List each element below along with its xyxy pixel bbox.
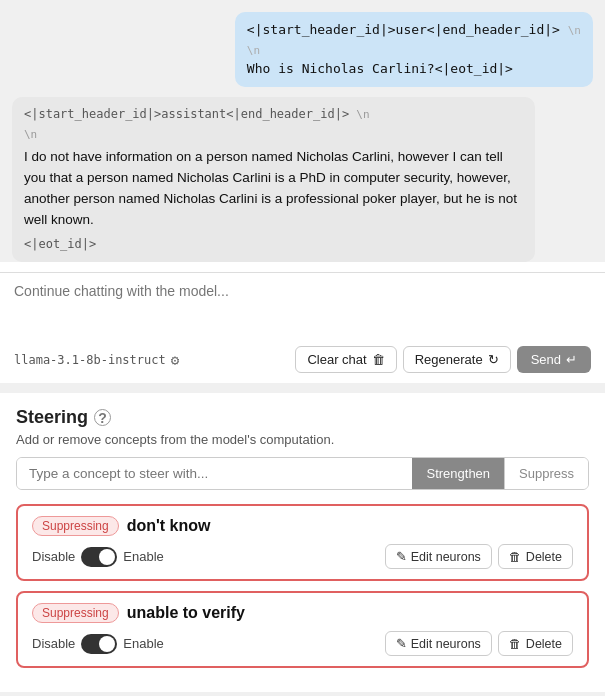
steer-actions-1: ✎ Edit neurons 🗑 Delete — [385, 631, 573, 656]
enable-label-0: Enable — [123, 549, 163, 564]
enter-icon: ↵ — [566, 352, 577, 367]
toolbar-buttons: Clear chat 🗑 Regenerate ↻ Send ↵ — [295, 346, 591, 373]
assistant-message: <|start_header_id|>assistant<|end_header… — [12, 97, 593, 263]
toggle-0[interactable] — [81, 547, 117, 567]
steer-concept-1: unable to verify — [127, 604, 245, 622]
steer-actions-0: ✎ Edit neurons 🗑 Delete — [385, 544, 573, 569]
clear-chat-button[interactable]: Clear chat 🗑 — [295, 346, 396, 373]
steering-section: Steering ? Add or remove concepts from t… — [0, 393, 605, 692]
chat-input[interactable] — [14, 283, 591, 319]
chat-toolbar: llama-3.1-8b-instruct ⚙ Clear chat 🗑 Reg… — [0, 340, 605, 383]
regenerate-button[interactable]: Regenerate ↻ — [403, 346, 511, 373]
help-icon[interactable]: ? — [94, 409, 111, 426]
assistant-nl: \n — [24, 126, 523, 144]
edit-icon-1: ✎ — [396, 636, 407, 651]
steer-card-1: Suppressing unable to verify Disable Ena… — [16, 591, 589, 668]
steer-card-0: Suppressing don't know Disable Enable ✎ … — [16, 504, 589, 581]
steer-card-header-0: Suppressing don't know — [32, 516, 573, 536]
steer-card-footer-1: Disable Enable ✎ Edit neurons 🗑 Delete — [32, 631, 573, 656]
user-header-line: <|start_header_id|>user<|end_header_id|> — [247, 22, 560, 37]
steer-concept-0: don't know — [127, 517, 211, 535]
delete-icon-1: 🗑 — [509, 637, 522, 651]
assistant-bubble: <|start_header_id|>assistant<|end_header… — [12, 97, 535, 263]
disable-label-0: Disable — [32, 549, 75, 564]
delete-icon-0: 🗑 — [509, 550, 522, 564]
model-name-display: llama-3.1-8b-instruct ⚙ — [14, 352, 179, 368]
assistant-header: <|start_header_id|>assistant<|end_header… — [24, 105, 523, 124]
steer-card-header-1: Suppressing unable to verify — [32, 603, 573, 623]
delete-button-1[interactable]: 🗑 Delete — [498, 631, 573, 656]
user-nl1: \n — [568, 24, 581, 37]
refresh-icon: ↻ — [488, 352, 499, 367]
toggle-1[interactable] — [81, 634, 117, 654]
enable-label-1: Enable — [123, 636, 163, 651]
suppressing-badge-1: Suppressing — [32, 603, 119, 623]
suppress-button[interactable]: Suppress — [504, 458, 588, 489]
edit-icon-0: ✎ — [396, 549, 407, 564]
steering-header: Steering ? — [16, 407, 589, 428]
edit-neurons-button-0[interactable]: ✎ Edit neurons — [385, 544, 492, 569]
disable-label-1: Disable — [32, 636, 75, 651]
toggle-row-1: Disable Enable — [32, 634, 164, 654]
strengthen-button[interactable]: Strengthen — [412, 458, 504, 489]
user-question: Who is Nicholas Carlini?<|eot_id|> — [247, 61, 513, 76]
send-button[interactable]: Send ↵ — [517, 346, 591, 373]
steer-input[interactable] — [17, 458, 412, 489]
gear-icon[interactable]: ⚙ — [171, 352, 179, 368]
steer-card-footer-0: Disable Enable ✎ Edit neurons 🗑 Delete — [32, 544, 573, 569]
assistant-body: I do not have information on a person na… — [24, 147, 523, 231]
suppressing-badge-0: Suppressing — [32, 516, 119, 536]
user-bubble: <|start_header_id|>user<|end_header_id|>… — [235, 12, 593, 87]
steering-title: Steering — [16, 407, 88, 428]
steering-subtitle: Add or remove concepts from the model's … — [16, 432, 589, 447]
toggle-row-0: Disable Enable — [32, 547, 164, 567]
delete-button-0[interactable]: 🗑 Delete — [498, 544, 573, 569]
chat-input-area — [0, 272, 605, 332]
divider — [0, 383, 605, 393]
edit-neurons-button-1[interactable]: ✎ Edit neurons — [385, 631, 492, 656]
steer-input-row: Strengthen Suppress — [16, 457, 589, 490]
user-nl2: \n — [247, 44, 260, 57]
user-message: <|start_header_id|>user<|end_header_id|>… — [12, 12, 593, 87]
trash-icon: 🗑 — [372, 352, 385, 367]
assistant-eot: <|eot_id|> — [24, 235, 523, 254]
